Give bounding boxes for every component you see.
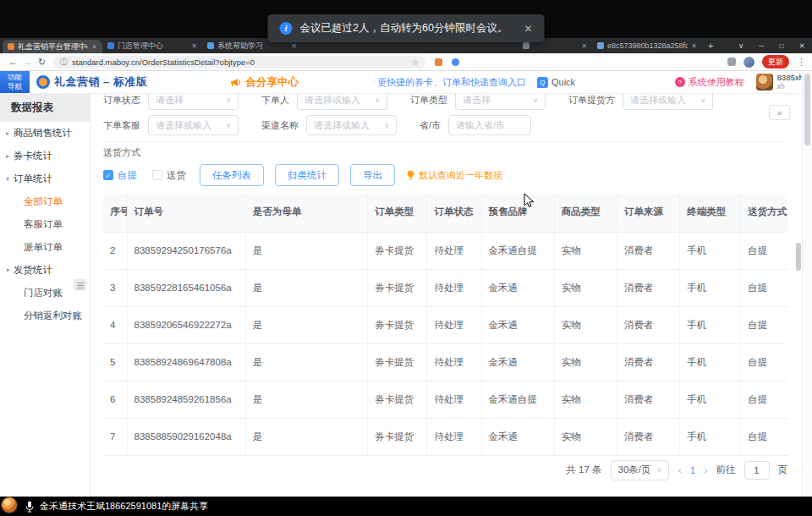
table-header-row: 序号订单号是否为母单订单类型订单状态预售品牌商品类型订单来源终端类型送货方式 (103, 193, 787, 232)
table-row[interactable]: 6 83858924859261856a 是 券卡提货 待处理 金禾通自提 实物… (103, 381, 787, 418)
table-row[interactable]: 7 83858859029162048a 是 券卡提货 待处理 金禾通 实物 消… (103, 418, 787, 455)
filter-placeholder: 请选择或输入 (156, 119, 211, 132)
sidebar-item[interactable]: 派单订单 (0, 236, 90, 259)
cell-goods-type[interactable]: 实物 (554, 306, 617, 343)
table-scrollbar-thumb[interactable] (796, 243, 801, 271)
user-menu[interactable]: 8385xh xh (756, 74, 804, 91)
column-header: 订单来源 (617, 193, 679, 232)
extension-icon[interactable] (452, 58, 459, 66)
minimize-icon[interactable]: ─ (751, 41, 771, 50)
sidebar-item[interactable]: 客服订单 (0, 213, 90, 236)
sidebar-item[interactable]: 券卡统计 (0, 145, 90, 167)
next-page-button[interactable]: › (704, 464, 707, 476)
browser-tab[interactable]: e8c573980b1328a258fd2e6il ✕ (592, 38, 702, 53)
toast-close-icon[interactable]: ✕ (524, 23, 532, 35)
nav-toggle[interactable]: 功能 导航 (0, 71, 30, 93)
action-button[interactable]: 导出 (350, 164, 395, 186)
tab-close-icon[interactable]: ✕ (191, 42, 197, 50)
address-bar[interactable]: ⓘ standard.maboy.cn/OrderStatisticsDetai… (53, 56, 425, 69)
filter-select[interactable]: 请选择 ∨ (455, 94, 546, 110)
cell-goods-type[interactable]: 实物 (554, 418, 617, 455)
page-size-select[interactable]: 30条/页 ∨ (611, 460, 670, 480)
collapse-filters-button[interactable]: » (769, 105, 790, 120)
browser-profile-avatar[interactable] (743, 57, 754, 68)
sidebar-item[interactable]: 发货统计 (0, 259, 90, 282)
forward-icon[interactable]: → (20, 57, 35, 67)
cell-goods-type[interactable]: 实物 (554, 232, 617, 269)
goto-page-suffix: 页 (778, 464, 788, 476)
delivery-checkbox[interactable]: 自提 (103, 169, 137, 182)
new-tab-button[interactable]: + (702, 38, 719, 53)
browser-menu-icon[interactable]: ⋮ (797, 57, 806, 68)
filter-label: 省/市 (420, 119, 441, 132)
share-center-link[interactable]: 合分享中心 (230, 75, 299, 90)
url-text: standard.maboy.cn/OrderStatisticsDetail?… (72, 58, 255, 67)
chevron-down-icon: ∨ (375, 96, 380, 104)
tab-favicon (597, 42, 604, 49)
page-scrollbar-thumb[interactable] (804, 74, 810, 145)
sidebar-item-label: 派单订单 (24, 241, 63, 254)
action-button[interactable]: 任务列表 (200, 164, 264, 186)
filter-select[interactable]: 请选择或输入 ∨ (623, 94, 713, 110)
sidebar-item[interactable]: 订单统计 (0, 167, 90, 190)
chevron-down-icon: ∨ (657, 466, 662, 474)
quick-search[interactable]: Q Quick (537, 77, 575, 88)
tab-close-icon[interactable]: ✕ (691, 42, 697, 50)
table-row[interactable]: 4 83859206546922272a 是 券卡提货 待处理 金禾通 实物 消… (103, 306, 787, 343)
update-button[interactable]: 更新 (762, 55, 789, 69)
table-row[interactable]: 5 83858924869647808a 是 券卡提货 待处理 金禾通 实物 消… (103, 343, 787, 381)
cell-goods-type[interactable]: 实物 (554, 343, 617, 381)
tab-close-icon[interactable]: ✕ (291, 42, 297, 50)
close-icon[interactable]: ✕ (792, 41, 812, 50)
browser-tab[interactable]: 礼盒营销平台管理中心 ✕ (3, 40, 102, 53)
cell-delivery: 自提 (741, 232, 787, 269)
extensions-icon[interactable] (727, 58, 736, 66)
delivery-section: 送货方式 自提 送货 任务列表归类统计导出 默认查询近一年数据 (103, 141, 787, 186)
filter-row-1: 订单状态 请选择 ∨ 下单人 请选择或输入 ∨ 订单类型 请选择 ∨ 订单提货方… (103, 94, 787, 113)
tab-group-left: 礼盒营销平台管理中心 ✕ 门店管理中心 ✕ 系统帮助学习 ✕ (3, 38, 302, 53)
maximize-icon[interactable]: □ (771, 41, 792, 50)
filter-select[interactable]: 请选择或输入 ∨ (297, 94, 387, 110)
sidebar-collapse-button[interactable] (74, 279, 86, 291)
site-info-icon[interactable]: ⓘ (60, 57, 68, 68)
filter-select[interactable]: 请选择或输入 ∨ (306, 115, 397, 135)
cell-terminal: 手机 (680, 232, 741, 269)
tab-close-icon[interactable]: ✕ (91, 43, 97, 51)
bookmark-star-icon[interactable]: ☆ (411, 58, 419, 67)
chevron-icon (6, 129, 14, 137)
tab-search-icon[interactable]: ∨ (731, 41, 751, 50)
cell-delivery: 自提 (741, 306, 787, 343)
cell-goods-type[interactable]: 实物 (554, 381, 617, 418)
table-row[interactable]: 2 83859294250176576a 是 券卡提货 待处理 金禾通自提 实物… (103, 232, 787, 269)
filter-select[interactable]: 请选择或输入 ∨ (148, 115, 239, 135)
browser-tab[interactable]: 门店管理中心 ✕ (102, 38, 202, 53)
table-row[interactable]: 3 83859228165461056a 是 券卡提货 待处理 金禾通 实物 消… (103, 269, 787, 306)
sidebar-item[interactable]: 分销返利对账 (0, 305, 90, 327)
extension-icon[interactable] (435, 58, 442, 66)
goto-label: 前往 (716, 464, 736, 476)
quick-entry-link[interactable]: 更快捷的券卡、订单和快递查询入口 (377, 76, 526, 89)
cell-order-no: 83859294250176576a (127, 232, 245, 269)
filter-label: 下单人 (261, 94, 289, 107)
back-icon[interactable]: ← (6, 57, 20, 67)
cell-status: 待处理 (427, 381, 481, 418)
cell-is-parent: 是 (245, 343, 367, 381)
sidebar-item[interactable]: 商品销售统计 (0, 122, 90, 145)
prev-page-button[interactable]: ‹ (678, 464, 681, 476)
filter-select[interactable]: 请输入省/市 ∨ (448, 115, 531, 135)
goto-page-input[interactable] (744, 461, 770, 480)
toast-message: 会议已超过2人，自动转为60分钟限时会议。 (300, 21, 508, 36)
page-number[interactable]: 1 (690, 465, 695, 475)
cell-status: 待处理 (427, 343, 481, 381)
quick-label: Quick (551, 77, 575, 87)
page-scrollbar[interactable] (802, 71, 812, 497)
tab-close-icon[interactable]: ✕ (581, 42, 587, 50)
tutorial-link[interactable]: ? 系统使用教程 (675, 76, 744, 89)
floating-avatar[interactable] (1, 497, 18, 513)
cell-goods-type[interactable]: 实物 (554, 269, 617, 306)
reload-icon[interactable]: ↻ (35, 57, 49, 68)
sidebar-item[interactable]: 全部订单 (0, 190, 90, 213)
filter-select[interactable]: 请选择 ∨ (148, 94, 239, 110)
delivery-checkbox[interactable]: 送货 (152, 169, 186, 182)
action-button[interactable]: 归类统计 (275, 164, 339, 186)
